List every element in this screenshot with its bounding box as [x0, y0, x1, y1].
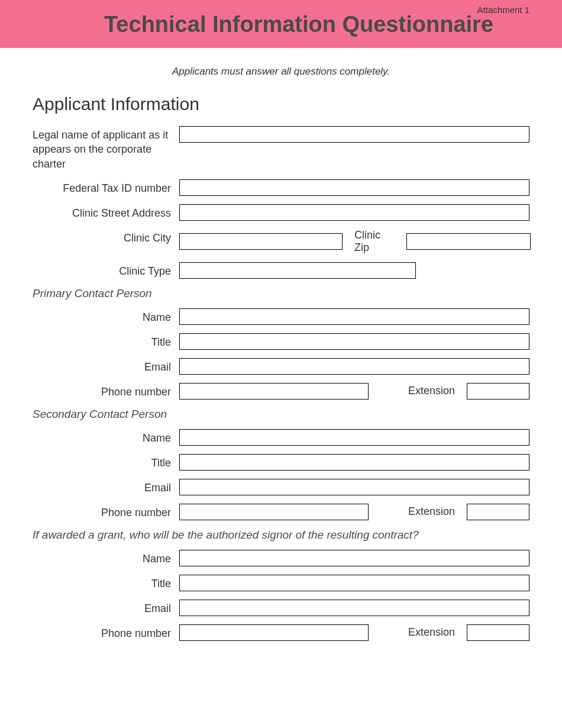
- street-field[interactable]: [179, 204, 529, 221]
- city-field[interactable]: [179, 233, 343, 250]
- signor-email-field[interactable]: [179, 600, 529, 616]
- secondary-contact-heading: Secondary Contact Person: [33, 408, 529, 421]
- secondary-name-label: Name: [33, 429, 179, 445]
- secondary-phone-label: Phone number: [33, 504, 179, 520]
- primary-name-field[interactable]: [179, 308, 529, 325]
- clinic-type-field[interactable]: [179, 262, 416, 279]
- tax-id-label: Federal Tax ID number: [33, 179, 179, 195]
- signor-heading: If awarded a grant, who will be the auth…: [33, 529, 529, 542]
- primary-email-field[interactable]: [179, 358, 529, 375]
- primary-ext-field[interactable]: [467, 383, 529, 400]
- signor-phone-field[interactable]: [179, 624, 369, 641]
- secondary-ext-label: Extension: [405, 505, 458, 518]
- section-heading: Applicant Information: [33, 94, 529, 114]
- secondary-title-label: Title: [33, 454, 179, 470]
- primary-email-label: Email: [33, 358, 179, 374]
- signor-title-field[interactable]: [179, 575, 529, 591]
- primary-name-label: Name: [33, 308, 179, 324]
- legal-name-label: Legal name of applicant as it appears on…: [33, 126, 179, 171]
- signor-name-field[interactable]: [179, 550, 529, 566]
- signor-email-label: Email: [33, 600, 179, 616]
- primary-ext-label: Extension: [405, 385, 458, 397]
- city-label: Clinic City: [33, 229, 179, 245]
- signor-ext-field[interactable]: [467, 624, 529, 641]
- secondary-email-label: Email: [33, 479, 179, 495]
- street-label: Clinic Street Address: [33, 204, 179, 220]
- signor-ext-label: Extension: [405, 626, 458, 639]
- secondary-title-field[interactable]: [179, 454, 529, 471]
- tax-id-field[interactable]: [179, 179, 529, 196]
- header-banner: Attachment 1 Technical Information Quest…: [0, 0, 562, 48]
- signor-title-label: Title: [33, 575, 179, 591]
- primary-phone-label: Phone number: [33, 383, 179, 399]
- primary-title-field[interactable]: [179, 333, 529, 350]
- signor-phone-label: Phone number: [33, 624, 179, 640]
- zip-field[interactable]: [406, 233, 531, 250]
- primary-phone-field[interactable]: [179, 383, 369, 400]
- clinic-type-label: Clinic Type: [33, 262, 179, 278]
- page-title: Technical Information Questionnaire: [68, 12, 529, 37]
- secondary-phone-field[interactable]: [179, 504, 369, 520]
- secondary-ext-field[interactable]: [467, 504, 529, 520]
- zip-label: Clinic Zip: [351, 229, 398, 254]
- secondary-email-field[interactable]: [179, 479, 529, 495]
- form-content: Applicants must answer all questions com…: [0, 66, 562, 673]
- signor-name-label: Name: [33, 550, 179, 566]
- primary-title-label: Title: [33, 333, 179, 349]
- attachment-label: Attachment 1: [477, 5, 529, 15]
- instruction-text: Applicants must answer all questions com…: [33, 66, 529, 78]
- legal-name-field[interactable]: [179, 126, 529, 143]
- secondary-name-field[interactable]: [179, 429, 529, 446]
- primary-contact-heading: Primary Contact Person: [33, 287, 529, 300]
